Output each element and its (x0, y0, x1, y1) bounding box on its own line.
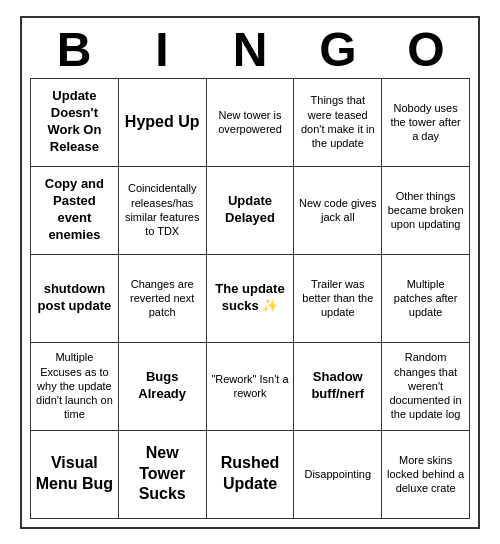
bingo-cell-17[interactable]: "Rework" Isn't a rework (207, 343, 295, 431)
cell-text-9: Other things became broken upon updating (386, 189, 465, 232)
cell-text-5: Copy and Pasted event enemies (35, 176, 114, 244)
bingo-cell-24[interactable]: More skins locked behind a deluxe crate (382, 431, 470, 519)
cell-text-10: shutdown post update (35, 281, 114, 315)
cell-text-1: Hyped Up (125, 112, 200, 133)
cell-text-20: Visual Menu Bug (35, 453, 114, 495)
cell-text-12: The update sucks ✨ (211, 281, 290, 315)
cell-text-14: Multiple patches after update (386, 277, 465, 320)
cell-text-8: New code gives jack all (298, 196, 377, 225)
bingo-cell-12[interactable]: The update sucks ✨ (207, 255, 295, 343)
cell-text-0: Update Doesn't Work On Release (35, 88, 114, 156)
cell-text-17: "Rework" Isn't a rework (211, 372, 290, 401)
bingo-cell-14[interactable]: Multiple patches after update (382, 255, 470, 343)
cell-text-4: Nobody uses the tower after a day (386, 101, 465, 144)
bingo-cell-5[interactable]: Copy and Pasted event enemies (31, 167, 119, 255)
bingo-cell-0[interactable]: Update Doesn't Work On Release (31, 79, 119, 167)
bingo-cell-18[interactable]: Shadow buff/nerf (294, 343, 382, 431)
cell-text-16: Bugs Already (123, 369, 202, 403)
bingo-cell-2[interactable]: New tower is overpowered (207, 79, 295, 167)
bingo-cell-7[interactable]: Update Delayed (207, 167, 295, 255)
bingo-cell-15[interactable]: Multiple Excuses as to why the update di… (31, 343, 119, 431)
cell-text-23: Disappointing (304, 467, 371, 481)
cell-text-3: Things that were teased don't make it in… (298, 93, 377, 150)
bingo-grid: Update Doesn't Work On ReleaseHyped UpNe… (30, 78, 470, 519)
bingo-cell-22[interactable]: Rushed Update (207, 431, 295, 519)
cell-text-21: New Tower Sucks (123, 443, 202, 505)
bingo-letter-o: O (384, 26, 468, 74)
cell-text-6: Coincidentally releases/has similar feat… (123, 181, 202, 238)
cell-text-11: Changes are reverted next patch (123, 277, 202, 320)
cell-text-15: Multiple Excuses as to why the update di… (35, 350, 114, 421)
bingo-cell-3[interactable]: Things that were teased don't make it in… (294, 79, 382, 167)
bingo-letter-b: B (32, 26, 116, 74)
bingo-cell-21[interactable]: New Tower Sucks (119, 431, 207, 519)
bingo-cell-20[interactable]: Visual Menu Bug (31, 431, 119, 519)
bingo-letter-g: G (296, 26, 380, 74)
bingo-cell-23[interactable]: Disappointing (294, 431, 382, 519)
bingo-cell-1[interactable]: Hyped Up (119, 79, 207, 167)
cell-text-22: Rushed Update (211, 453, 290, 495)
bingo-letter-n: N (208, 26, 292, 74)
cell-text-7: Update Delayed (211, 193, 290, 227)
cell-text-18: Shadow buff/nerf (298, 369, 377, 403)
cell-text-2: New tower is overpowered (211, 108, 290, 137)
bingo-cell-9[interactable]: Other things became broken upon updating (382, 167, 470, 255)
bingo-cell-11[interactable]: Changes are reverted next patch (119, 255, 207, 343)
bingo-cell-8[interactable]: New code gives jack all (294, 167, 382, 255)
bingo-cell-6[interactable]: Coincidentally releases/has similar feat… (119, 167, 207, 255)
bingo-letter-i: I (120, 26, 204, 74)
bingo-cell-13[interactable]: Trailer was better than the update (294, 255, 382, 343)
bingo-card: BINGO Update Doesn't Work On ReleaseHype… (20, 16, 480, 529)
bingo-cell-16[interactable]: Bugs Already (119, 343, 207, 431)
cell-text-24: More skins locked behind a deluxe crate (386, 453, 465, 496)
bingo-header: BINGO (30, 26, 470, 74)
bingo-cell-10[interactable]: shutdown post update (31, 255, 119, 343)
cell-text-13: Trailer was better than the update (298, 277, 377, 320)
bingo-cell-4[interactable]: Nobody uses the tower after a day (382, 79, 470, 167)
cell-text-19: Random changes that weren't documented i… (386, 350, 465, 421)
bingo-cell-19[interactable]: Random changes that weren't documented i… (382, 343, 470, 431)
